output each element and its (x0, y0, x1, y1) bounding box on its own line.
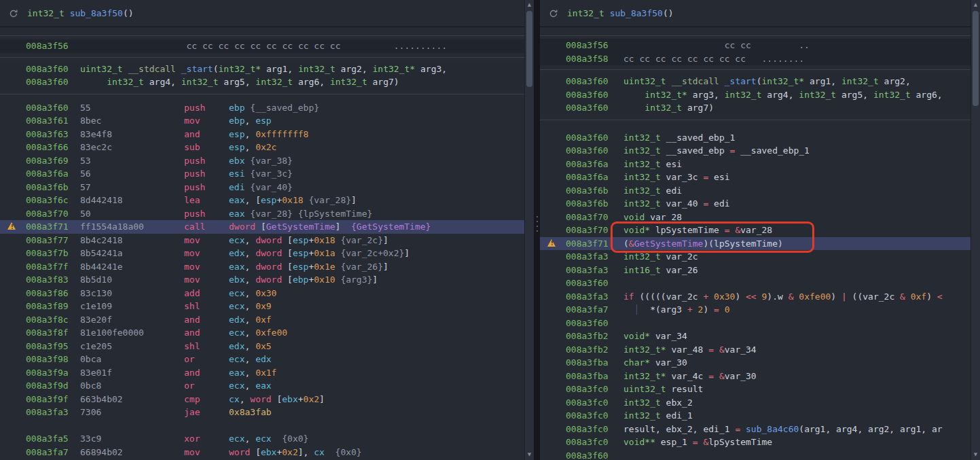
decompile-line[interactable]: 008a3fbachar* var_30 (540, 356, 971, 370)
decompile-line[interactable]: 008a3f6aint32_t esi (540, 158, 971, 171)
address[interactable]: 008a3f70 (26, 207, 80, 221)
token-func[interactable]: _start (725, 76, 757, 86)
scrollbar-thumb[interactable] (973, 11, 979, 106)
address[interactable]: 008a3fb2 (566, 330, 623, 343)
address[interactable]: 008a3fc0 (566, 396, 623, 410)
disassembly-line[interactable]: 008a3f8f81e100fe0000andecx, 0xfe00 (0, 326, 525, 340)
token-func[interactable]: sub_8a4c60 (746, 424, 799, 434)
disassembly-line[interactable]: 008a3f7f8b44241emoveax, dword [esp+0x1e … (0, 260, 525, 274)
address[interactable]: 008a3f56 (26, 39, 80, 53)
address[interactable]: 008a3f6b (566, 197, 623, 211)
disassembly-line[interactable]: 008a3f56 cc cc cc cc cc cc cc cc cc cc .… (0, 39, 525, 53)
address[interactable]: 008a3f60 (566, 131, 623, 145)
address[interactable]: 008a3f9d (26, 379, 80, 393)
disassembly-line[interactable]: 008a3f89c1e109shlecx, 0x9 (0, 300, 525, 313)
pane-splitter-handle[interactable] (535, 216, 539, 239)
address[interactable]: 008a3f60 (566, 277, 623, 290)
decompile-line[interactable]: 008a3f70void var_28 (540, 211, 971, 224)
address[interactable]: 008a3f77 (26, 234, 80, 247)
decompile-line[interactable]: 008a3fc0uint32_t result (540, 383, 971, 396)
decompile-line[interactable]: 008a3f58cc cc cc cc cc cc cc cc ........ (540, 52, 971, 66)
disassembly-line[interactable]: 008a3fa533c9xorecx, ecx {0x0} (0, 432, 525, 446)
decompile-line[interactable]: 008a3f60 int32_t* arg3, int32_t arg4, in… (540, 88, 971, 102)
address[interactable]: 008a3fc0 (566, 383, 623, 396)
mnemonic[interactable]: mov (184, 273, 229, 287)
disassembly-line[interactable]: 008a3f778b4c2418movecx, dword [esp+0x18 … (0, 234, 525, 247)
mnemonic[interactable]: and (184, 326, 229, 340)
disassembly-line[interactable]: 008a3f980bcaorecx, edx (0, 353, 525, 366)
address[interactable]: 008a3f60 (566, 88, 623, 102)
address[interactable]: 008a3f89 (26, 300, 80, 313)
mnemonic[interactable]: or (184, 379, 229, 393)
decompile-line[interactable]: !008a3f71(&GetSystemTime)(lpSystemTime) (540, 237, 971, 251)
address[interactable]: 008a3fa7 (26, 446, 80, 459)
address[interactable]: 008a3f6a (566, 158, 623, 171)
disassembly-line[interactable]: 008a3f6c8d442418leaeax, [esp+0x18 {var_2… (0, 194, 525, 207)
address[interactable]: 008a3f56 (566, 39, 623, 52)
disassembly-line[interactable]: 008a3f618becmovebp, esp (0, 114, 525, 128)
address[interactable]: 008a3f8c (26, 313, 80, 327)
decompile-line[interactable]: 008a3fb2int32_t* var_48 = &var_34 (540, 343, 971, 357)
address[interactable]: 008a3f6b (26, 181, 80, 194)
address[interactable]: 008a3fba (566, 356, 623, 370)
address[interactable]: 008a3fa3 (26, 406, 80, 419)
mnemonic[interactable]: xor (184, 432, 229, 446)
address[interactable]: 008a3f60 (566, 449, 623, 460)
disassembly-line[interactable]: 008a3f6683ec2csubesp, 0x2c (0, 141, 525, 154)
decompile-line[interactable]: 008a3f56 cc cc .. (540, 39, 971, 52)
address[interactable]: 008a3f6a (26, 167, 80, 181)
mnemonic[interactable]: mov (184, 234, 229, 247)
refresh-icon[interactable] (549, 9, 558, 18)
decompile-line[interactable]: 008a3f60 (540, 449, 971, 460)
disassembly-line[interactable]: 008a3f60 int32_t arg4, int32_t arg5, int… (0, 75, 525, 89)
decompile-line[interactable]: 008a3f6aint32_t var_3c = esi (540, 171, 971, 184)
disassembly-line[interactable]: 008a3f8683c130addecx, 0x30 (0, 287, 525, 300)
disassembly-scrollbar[interactable]: ▲ ▼ (524, 0, 534, 460)
address[interactable]: 008a3f95 (26, 340, 80, 353)
mnemonic[interactable]: and (184, 366, 229, 380)
address[interactable]: 008a3f86 (26, 287, 80, 300)
address[interactable]: 008a3f7f (26, 260, 80, 274)
decompile-line[interactable]: 008a3fa3if (((((var_2c + 0x30) << 9).w &… (540, 290, 971, 304)
mnemonic[interactable]: cmp (184, 393, 229, 406)
decompile-line[interactable]: 008a3fa3int32_t var_2c (540, 250, 971, 264)
mnemonic[interactable]: push (184, 101, 229, 115)
address[interactable]: 008a3fc0 (566, 423, 623, 436)
decompile-line[interactable]: 008a3f70void* lpSystemTime = &var_28 (540, 224, 971, 237)
decompile-line[interactable]: 008a3fc0int32_t ebx_2 (540, 396, 971, 410)
address[interactable]: 008a3f70 (566, 211, 623, 224)
disassembly-line[interactable]: 008a3f60uint32_t __stdcall _start(int32_… (0, 63, 525, 76)
mnemonic[interactable]: push (184, 167, 229, 181)
refresh-icon[interactable] (9, 9, 18, 18)
address[interactable]: 008a3f71 (566, 237, 623, 251)
disassembly-line[interactable]: 008a3f7b8b54241amovedx, dword [esp+0x1a … (0, 247, 525, 260)
decompile-line[interactable]: 008a3fbaint32_t* var_4c = &var_30 (540, 370, 971, 383)
address[interactable]: 008a3fa3 (566, 264, 623, 277)
mnemonic[interactable]: lea (184, 194, 229, 207)
address[interactable]: 008a3f66 (26, 141, 80, 154)
decompile-line[interactable]: 008a3fa3int16_t var_26 (540, 264, 971, 277)
disassembly-line[interactable]: !008a3f71ff1554a18a00calldword [GetSyste… (0, 220, 525, 234)
mnemonic[interactable]: jae (184, 406, 229, 419)
address[interactable]: 008a3fa7 (566, 303, 623, 317)
decompile-line[interactable]: 008a3f6bint32_t var_40 = edi (540, 197, 971, 211)
decompile-line[interactable]: 008a3fc0int32_t edi_1 (540, 409, 971, 423)
mnemonic[interactable]: shl (184, 300, 229, 313)
address[interactable]: 008a3f60 (26, 101, 80, 115)
disassembly-line[interactable]: 008a3f6b57pushedi {var_40} (0, 181, 525, 194)
address[interactable]: 008a3f9a (26, 366, 80, 380)
address[interactable]: 008a3f7b (26, 247, 80, 260)
address[interactable]: 008a3f70 (566, 224, 623, 237)
scroll-down-icon[interactable]: ▼ (525, 450, 534, 459)
decompile-line[interactable]: 008a3f60uint32_t __stdcall _start(int32_… (540, 75, 971, 88)
mnemonic[interactable]: push (184, 154, 229, 168)
token-imp[interactable]: GetSystemTime (634, 238, 704, 249)
disassembly-line[interactable]: 008a3f9a83e01fandeax, 0x1f (0, 366, 525, 380)
address[interactable]: 008a3fba (566, 370, 623, 383)
scroll-down-icon[interactable]: ▼ (971, 450, 980, 459)
token-gold[interactable]: 0x8a3fab (229, 407, 272, 417)
address[interactable]: 008a3f60 (566, 101, 623, 115)
mnemonic[interactable]: mov (184, 114, 229, 128)
disassembly-line[interactable]: 008a3fa766894b02movword [ebx+0x2], cx {0… (0, 446, 525, 459)
address[interactable]: 008a3f58 (566, 52, 623, 66)
